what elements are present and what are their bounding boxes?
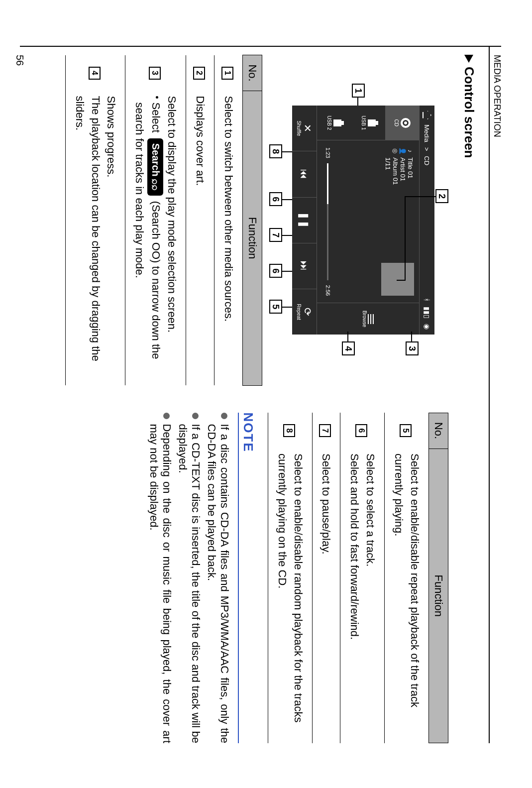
artist-icon: 👤: [400, 147, 407, 154]
progress-bar: [327, 163, 329, 280]
table-row: 3 Select to display the play mode select…: [125, 55, 186, 386]
usb-icon: [368, 119, 376, 126]
bullet-icon: [156, 96, 158, 99]
track-title: Title 01: [407, 157, 414, 178]
row-text: Displays cover art.: [186, 91, 214, 386]
row-text: Select to switch between other media sou…: [214, 91, 243, 386]
row-num: 3: [149, 67, 161, 80]
dot-icon: ◉: [423, 324, 431, 330]
table-header-function: Function: [429, 449, 448, 743]
callout-5: 5: [269, 300, 282, 314]
source-cd: CD: [385, 106, 419, 140]
browse-button: Browse: [317, 303, 419, 335]
list-icon: [373, 314, 374, 324]
repeat-icon: ⟳: [303, 308, 313, 316]
row-num: 5: [400, 424, 412, 437]
remaining-time: 2:56: [325, 285, 331, 296]
row-num: 2: [193, 67, 205, 80]
callout-6a: 6: [269, 264, 282, 278]
breadcrumb-media: Media: [424, 124, 431, 142]
search-chip: Search⌕⌕: [147, 138, 163, 196]
prev-icon: ⏮: [300, 169, 310, 179]
page-number: 56: [14, 55, 25, 66]
signal-icon: ▮▮▯: [423, 307, 431, 319]
row-text: Select to pause/play.: [312, 449, 340, 743]
play-pause-button: ❚❚: [292, 198, 317, 243]
source-list: CD USB 1 USB 2: [317, 106, 419, 140]
shuffle-button: ✕Shuffle: [292, 106, 317, 151]
note-icon: ♪: [407, 147, 414, 154]
prev-track-button: ⏮: [292, 151, 317, 197]
section-title: Control screen: [461, 67, 477, 158]
control-screen-figure: Media > CD ᚼ ▮▮▯ ◉ CD: [269, 81, 448, 359]
page-header: MEDIA OPERATION: [489, 46, 502, 743]
repeat-button: ⟳Repeat: [292, 289, 317, 335]
row-text: Select to display the play mode selectio…: [125, 91, 186, 386]
function-table-left: No. Function 1 Select to switch between …: [65, 55, 262, 386]
bullet-icon: [192, 413, 199, 419]
disc-icon: [401, 118, 411, 128]
row-text: Select to enable/disable random playback…: [268, 449, 312, 743]
album-icon: ◎: [392, 147, 399, 154]
row-num: 8: [283, 424, 295, 437]
track-count: 1/11: [384, 157, 392, 170]
callout-4: 4: [342, 341, 355, 355]
row-num: 4: [89, 67, 101, 80]
source-usb1: USB 1: [351, 106, 385, 140]
usb-icon: [333, 119, 341, 126]
bullet-icon: [163, 413, 170, 419]
function-table-right: No. Function 5 Select to enable/disable …: [268, 413, 448, 744]
note-heading: NOTE: [238, 413, 256, 744]
table-header-no: No.: [429, 413, 448, 449]
callout-6b: 6: [269, 192, 282, 206]
callout-2: 2: [435, 189, 448, 203]
table-header-no: No.: [243, 55, 262, 91]
table-row: 7 Select to pause/play.: [312, 413, 340, 743]
note-item: If a CD-TEXT disc is inserted, the title…: [176, 413, 202, 744]
section-heading: Control screen: [461, 55, 477, 743]
row-text: Select to enable/disable repeat playback…: [385, 449, 429, 743]
table-header-function: Function: [243, 91, 262, 386]
shuffle-icon: ✕: [303, 124, 313, 132]
artist-name: Artist 01: [399, 157, 407, 181]
album-name: Album 01: [392, 157, 399, 185]
note-list: If a disc contains CD-DA files and MP3/W…: [147, 413, 231, 744]
elapsed-time: 1:23: [325, 147, 331, 158]
home-icon: [423, 111, 431, 119]
note-item: If a disc contains CD-DA files and MP3/W…: [205, 413, 231, 744]
row-text: Shows progress. The playback location ca…: [65, 91, 125, 386]
triangle-icon: [465, 55, 474, 63]
side-rule: [20, 46, 501, 47]
next-icon: ⏭: [300, 261, 310, 271]
callout-7: 7: [269, 228, 282, 242]
table-row: 2 Displays cover art.: [186, 55, 214, 386]
callout-8: 8: [269, 144, 282, 158]
callout-1: 1: [352, 84, 365, 98]
breadcrumb-sep: >: [424, 147, 431, 151]
note-item: Depending on the disc or music file bein…: [147, 413, 173, 744]
magnifier-icon: ⌕⌕: [150, 179, 161, 191]
breadcrumb-cd: CD: [424, 156, 431, 165]
row-num: 1: [221, 67, 233, 80]
row-num: 6: [355, 424, 367, 437]
pause-icon: ❚❚: [300, 212, 310, 228]
cover-art: [381, 263, 414, 296]
next-track-button: ⏭: [292, 243, 317, 289]
infotainment-mock: Media > CD ᚼ ▮▮▯ ◉ CD: [292, 106, 434, 335]
table-row: 1 Select to switch between other media s…: [214, 55, 243, 386]
table-row: 5 Select to enable/disable repeat playba…: [385, 413, 429, 743]
row-num: 7: [319, 424, 331, 437]
table-row: 6 Select to select a track. Select and h…: [340, 413, 385, 743]
row-text: Select to select a track. Select and hol…: [340, 449, 385, 743]
source-usb2: USB 2: [317, 106, 351, 140]
table-row: 4 Shows progress. The playback location …: [65, 55, 125, 386]
table-row: 8 Select to enable/disable random playba…: [268, 413, 312, 743]
bullet-icon: [221, 413, 227, 419]
bluetooth-icon: ᚼ: [423, 298, 431, 302]
callout-3: 3: [406, 341, 419, 355]
